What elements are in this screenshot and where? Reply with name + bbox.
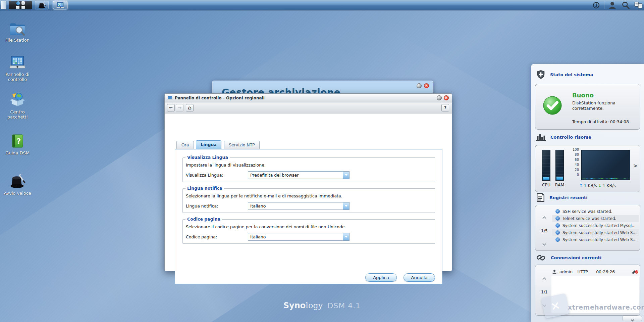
cpu-label: CPU: [539, 182, 553, 187]
tab-servizio-ntp[interactable]: Servizio NTP: [224, 141, 260, 149]
desktop-icon-quick-start[interactable]: Avvio veloce: [1, 173, 34, 196]
widget-title[interactable]: Registri recenti: [549, 195, 588, 200]
log-row[interactable]: iSystem successfully started Web S...: [552, 229, 639, 236]
file-station-icon: [9, 21, 26, 36]
field-label: Codice pagina:: [186, 233, 246, 241]
pager-up-icon[interactable]: [542, 216, 546, 220]
connection-user: admin: [559, 269, 573, 274]
desktop-icon-dsm-help[interactable]: ? Guida DSM: [1, 133, 34, 155]
pilot-view-icon: [634, 1, 643, 9]
desktop-icon-package-center[interactable]: Centro pacchetti: [1, 91, 34, 120]
desktop-icon-file-station[interactable]: File Station: [1, 21, 34, 43]
next-page-icon[interactable]: >: [633, 163, 638, 169]
desktop-icon-control-panel[interactable]: Pannello di controllo: [1, 54, 34, 82]
taskbar-pilot-view-button[interactable]: [633, 1, 643, 9]
download-arrow-icon: ↓: [598, 183, 601, 188]
upload-arrow-icon: ↑: [579, 183, 583, 188]
shield-icon: [536, 70, 545, 80]
connection-row[interactable]: admin HTTP 00:26:26: [552, 268, 639, 275]
info-icon: i: [555, 209, 560, 214]
chevron-down-icon[interactable]: [343, 233, 349, 240]
taskbar-quick-launch-button[interactable]: [35, 1, 49, 9]
log-row[interactable]: iSSH service was started.: [552, 208, 639, 215]
select-value: Italiano: [250, 203, 266, 209]
widget-title[interactable]: Stato del sistema: [550, 72, 593, 77]
taskbar-search-button[interactable]: [621, 1, 631, 9]
tab-lingua[interactable]: Lingua: [196, 140, 221, 149]
taskbar-info-button[interactable]: i: [591, 1, 601, 9]
package-center-icon: [9, 91, 26, 108]
dialog-titlebar[interactable]: Pannello di controllo - Opzioni regional…: [165, 94, 452, 102]
fieldset-description: Selezionare la lingua per le notifiche e…: [186, 193, 342, 198]
pager-up-icon[interactable]: [542, 277, 546, 281]
field-label: Visualizza Lingua:: [186, 171, 246, 179]
resource-monitor-card: CPU RAM 100 80 60 40 20 0 > ↑ 1 KB/s ↓ 1…: [535, 145, 640, 192]
apply-button[interactable]: Applica: [365, 273, 397, 282]
logs-pager: 1/5: [539, 215, 550, 246]
connection-time: 00:26:26: [596, 269, 615, 274]
show-desktop-button[interactable]: [1, 1, 6, 9]
info-icon: i: [593, 2, 599, 8]
pager-count: 1/5: [541, 229, 547, 233]
taskbar-separator: [604, 1, 604, 9]
select-value: Predefinita del browser: [250, 173, 299, 178]
axis-tick: 60: [568, 158, 579, 162]
minimize-icon[interactable]: [437, 95, 442, 100]
close-icon[interactable]: ×: [424, 83, 429, 88]
chevron-down-icon[interactable]: [343, 202, 349, 210]
disconnect-icon[interactable]: [631, 269, 639, 274]
desktop-icon-label: File Station: [1, 38, 34, 43]
axis-tick: 100: [568, 148, 579, 151]
help-button[interactable]: ?: [441, 104, 449, 111]
fieldset-legend: Lingua notifica: [185, 186, 224, 191]
ram-label: RAM: [553, 182, 567, 187]
desktop-icon-label: Pannello di controllo: [1, 72, 34, 82]
main-menu-button[interactable]: [9, 1, 32, 9]
display-language-select[interactable]: Predefinita del browser: [248, 171, 350, 179]
info-icon: i: [555, 223, 560, 228]
fieldset-description: Selezionare il codice pagine per la conv…: [186, 224, 346, 229]
home-button[interactable]: ⌂: [186, 104, 194, 111]
chevron-down-icon[interactable]: [343, 172, 349, 179]
widget-title[interactable]: Controllo risorse: [550, 135, 591, 140]
log-row[interactable]: iSystem successfully started Mysql...: [552, 222, 639, 229]
dsm-version: DSM 4.1: [327, 302, 361, 310]
close-icon[interactable]: ×: [444, 95, 449, 100]
notification-language-select[interactable]: Italiano: [248, 202, 350, 210]
magic-hat-icon: [9, 173, 26, 189]
axis-tick: 20: [568, 168, 579, 172]
search-icon: [622, 1, 630, 9]
download-value: 1 KB/s: [602, 183, 615, 188]
network-chart: [581, 150, 630, 180]
desktop-icon-label: Centro pacchetti: [1, 109, 34, 120]
bar-chart-icon: [536, 133, 546, 141]
dialog-content: Ora Lingua Servizio NTP Visualizza Lingu…: [165, 114, 452, 271]
axis-tick: 40: [568, 163, 579, 167]
tab-ora[interactable]: Ora: [176, 141, 194, 149]
axis-tick: 0: [568, 173, 579, 177]
status-ok-icon: [543, 96, 562, 115]
back-button[interactable]: ←: [167, 104, 175, 111]
forward-button[interactable]: →: [176, 104, 183, 111]
ram-gauge: [555, 150, 564, 181]
user-icon: [552, 269, 557, 274]
codepage-select[interactable]: Italiano: [248, 233, 350, 241]
log-row[interactable]: iSystem successfully started Web S...: [552, 236, 639, 243]
user-icon: [608, 1, 616, 9]
desktop-icon-label: Guida DSM: [1, 150, 34, 155]
log-row[interactable]: iTelnet service was started.: [552, 215, 639, 222]
chain-link-icon: [536, 253, 546, 262]
widget-title[interactable]: Connessioni correnti: [551, 255, 601, 260]
minimize-icon[interactable]: [417, 83, 422, 88]
pager-down-icon[interactable]: [542, 242, 546, 245]
cancel-button[interactable]: Annulla: [404, 273, 435, 282]
fieldset-notification-language: Lingua notifica Selezionare la lingua pe…: [182, 188, 435, 213]
taskbar-control-panel-button[interactable]: [53, 1, 67, 9]
widget-sidebar: Stato del sistema Buono DiskStation funz…: [531, 64, 644, 322]
brand-bold: Syno: [283, 301, 306, 310]
control-panel-icon: [167, 95, 173, 101]
dialog-toolbar: ← → ⌂ ?: [165, 102, 452, 113]
taskbar-user-button[interactable]: [607, 1, 617, 9]
sidebar-collapse-button[interactable]: [623, 316, 642, 321]
control-panel-icon: [9, 54, 26, 71]
